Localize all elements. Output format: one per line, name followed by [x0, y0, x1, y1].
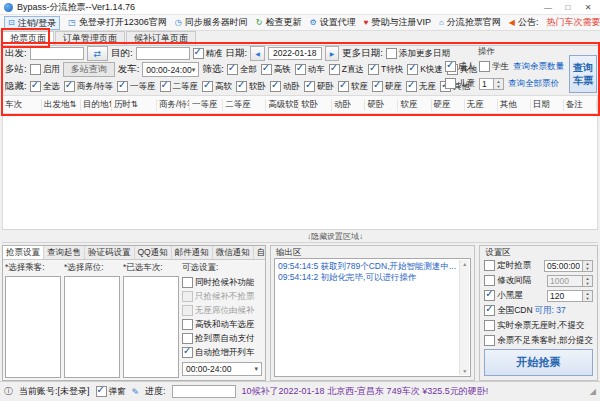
cdn-checkbox[interactable]: 全国CDN — [484, 305, 532, 317]
settings-tab[interactable]: 邮件通知 — [172, 246, 213, 259]
start-grab-button[interactable]: 开始抢票 — [484, 349, 593, 376]
maximize-button[interactable]: □ — [560, 1, 576, 14]
hide-checkbox[interactable]: 商务/特等 — [64, 81, 113, 93]
table-header-cell[interactable]: 动卧 — [332, 99, 365, 111]
table-header-cell[interactable]: 日期 — [531, 99, 564, 111]
passengers-listbox[interactable] — [5, 276, 61, 378]
sync-time-button[interactable]: ◷ 同步服务器时间 — [175, 16, 248, 29]
timed-grab-checkbox[interactable]: 定时抢票 — [484, 260, 531, 272]
filter-checkbox[interactable]: Z直达 — [329, 64, 364, 76]
official-site-button[interactable]: ⌂ 分流抢票官网 — [439, 16, 501, 29]
check-update-button[interactable]: ↻ 检查更新 — [256, 16, 302, 29]
no-seat-checkbox[interactable]: 实时余票无座时,不提交 — [484, 320, 584, 332]
hide-checkbox[interactable]: 软座 — [338, 81, 368, 93]
table-header-cell[interactable]: 二等座 — [223, 99, 266, 111]
option-checkbox[interactable]: 同时抢候补功能 — [182, 276, 255, 289]
depart-input[interactable] — [30, 47, 84, 60]
multi-station-query-button[interactable]: 多站查询 — [63, 62, 115, 77]
table-header-cell[interactable]: 无座 — [465, 99, 498, 111]
precise-checkbox[interactable]: 精准 — [193, 48, 223, 60]
option-checkbox[interactable]: 只抢候补不抢票 — [182, 290, 255, 303]
trains-listbox[interactable] — [123, 276, 179, 378]
filter-checkbox[interactable]: 动车 — [295, 64, 325, 76]
filter-checkbox[interactable]: T特快 — [368, 64, 403, 76]
settings-tab[interactable]: 验证码设置 — [85, 246, 135, 259]
hide-checkbox[interactable]: 无座 — [406, 81, 436, 93]
table-header-cell[interactable]: 一等座 — [190, 99, 223, 111]
logout-login-button[interactable]: ⊡ 注销/登录 — [4, 16, 60, 30]
multi-station-enable-checkbox[interactable]: 启用 — [30, 64, 60, 76]
result-table-body[interactable] — [2, 114, 598, 229]
table-header-cell[interactable]: 软座 — [398, 99, 431, 111]
table-header-cell[interactable]: 硬卧 — [365, 99, 398, 111]
settings-tab[interactable]: 微信通知 — [213, 246, 254, 259]
query-ticket-button[interactable]: 查询车票 — [569, 55, 597, 93]
depart-time-select[interactable]: 00:00-24:00 ▾ — [142, 62, 199, 77]
main-tab[interactable]: 抢票页面 — [2, 31, 54, 45]
settings-tab[interactable]: 抢票设置 — [3, 246, 44, 259]
main-tab[interactable]: 候补订单页面 — [126, 31, 196, 45]
blackroom-checkbox[interactable]: 小黑屋 — [484, 290, 523, 302]
table-header-cell[interactable]: 其他 — [498, 99, 531, 111]
minimize-button[interactable]: — — [540, 1, 556, 14]
hide-checkbox[interactable]: 一等座 — [117, 81, 156, 93]
hide-checkbox[interactable]: 软卧 — [236, 81, 266, 93]
main-tab[interactable]: 订单管理页面 — [55, 31, 125, 45]
date-input[interactable]: 2022-01-18 — [268, 47, 322, 60]
adult-checkbox[interactable]: 成人 — [445, 61, 475, 73]
option-checkbox[interactable]: 高铁和动车选座 — [182, 318, 255, 331]
timed-grab-time-stepper[interactable]: 05:00:00▲▼ — [544, 260, 593, 272]
hide-checkbox[interactable]: 全选 — [30, 81, 60, 93]
output-log[interactable]: 09:54:14:5 获取到789个CDN,开始智能测速中...09:54:14… — [274, 258, 471, 377]
hide-checkbox[interactable]: 硬座 — [372, 81, 402, 93]
option-checkbox[interactable]: 自动抢增开列车 — [182, 346, 255, 359]
settings-tab[interactable]: QQ通知 — [135, 246, 172, 259]
table-header-cell[interactable]: 高级软卧 — [266, 99, 299, 111]
seats-listbox[interactable] — [64, 276, 120, 378]
partial-submit-checkbox[interactable]: 余票不足乘客时,部分提交 — [484, 335, 593, 347]
child-checkbox[interactable]: 儿童 — [445, 78, 475, 90]
filter-checkbox[interactable]: K快速 — [407, 64, 443, 76]
option-checkbox[interactable]: 无座席位由候补 — [182, 304, 255, 317]
hide-checkbox[interactable]: 动卧 — [270, 81, 300, 93]
option-time-select[interactable]: 00:00-24:00 ▾ — [182, 362, 262, 376]
student-checkbox[interactable]: 学生 — [479, 61, 509, 73]
table-header-cell[interactable]: 备注 — [564, 99, 597, 111]
scroll-down-icon[interactable]: ▼ — [462, 368, 467, 374]
output-scrollbar[interactable]: ▲ ▼ — [459, 260, 469, 375]
sponsor-vip-button[interactable]: ♥ 赞助与注册VIP — [364, 16, 431, 29]
hide-settings-splitter[interactable]: ↓隐藏设置区域↓ — [2, 229, 598, 243]
set-proxy-button[interactable]: ⚙ 设置代理 — [310, 16, 356, 29]
table-header-cell[interactable]: 目的地⇅ — [81, 99, 112, 111]
table-header-cell[interactable]: 硬座 — [432, 99, 465, 111]
filter-checkbox[interactable]: 全部 — [227, 64, 257, 76]
table-header-cell[interactable]: 出发地⇅ — [42, 99, 81, 111]
child-count-stepper[interactable]: 1 ▲▼ — [479, 78, 504, 90]
stepper-arrows-icon[interactable]: ▲▼ — [494, 78, 504, 90]
table-header-cell[interactable]: 车次 — [3, 99, 42, 111]
next-date-button[interactable]: ▶ — [325, 46, 340, 61]
settings-tab[interactable]: 查询起售 — [44, 246, 85, 259]
swap-stations-button[interactable]: ⇄ — [87, 46, 108, 61]
option-checkbox[interactable]: 抢到票自动支付 — [182, 332, 255, 345]
scroll-up-icon[interactable]: ▲ — [462, 261, 467, 267]
stepper-arrows-icon[interactable]: ▲▼ — [583, 290, 593, 302]
popup-checkbox[interactable]: 弹窗 — [96, 386, 126, 398]
blackroom-stepper[interactable]: 120▲▼ — [547, 290, 593, 302]
query-remaining-link[interactable]: 查询余票数量 — [513, 61, 564, 73]
table-header-cell[interactable]: 历时⇅ — [112, 99, 157, 111]
dest-input[interactable] — [136, 47, 190, 60]
table-header-cell[interactable]: 商务/特等 — [157, 99, 190, 111]
filter-checkbox[interactable]: 高铁 — [261, 64, 291, 76]
table-header-cell[interactable]: 软卧 — [299, 99, 332, 111]
close-button[interactable]: ✕ — [580, 1, 596, 14]
add-more-dates-checkbox[interactable]: 添加更多日期 — [386, 48, 450, 60]
prev-date-button[interactable]: ◀ — [250, 46, 265, 61]
interval-checkbox[interactable]: 修改间隔 — [484, 275, 531, 287]
hide-checkbox[interactable]: 高软 — [202, 81, 232, 93]
hide-checkbox[interactable]: 硬卧 — [304, 81, 334, 93]
resize-grip[interactable]: ◢ — [590, 387, 596, 396]
settings-tab[interactable]: 自动支付 — [254, 246, 265, 259]
stepper-arrows-icon[interactable]: ▲▼ — [583, 260, 593, 272]
hide-checkbox[interactable]: 二等座 — [160, 81, 199, 93]
